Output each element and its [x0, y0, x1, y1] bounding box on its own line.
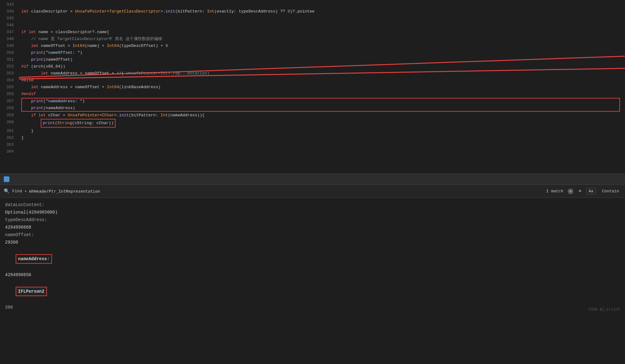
line-content: let nameOffset = Int64(name) + Int64(typ…	[19, 43, 625, 49]
list-item: Optional(4294965000)	[5, 209, 620, 216]
table-row: 352 #if (arch(x86_64))	[0, 63, 625, 70]
watermark: CSDN @j_erlich	[588, 307, 620, 312]
table-row: 347 if let name = classDescriptor?.name{	[0, 29, 625, 36]
ifl-person-label: IFLPerson2	[16, 287, 47, 296]
list-item: nameOffset:	[5, 231, 620, 239]
table-row: 346	[0, 22, 625, 29]
line-number: 356	[0, 91, 19, 98]
table-row: 356 #endif	[0, 91, 625, 98]
table-row: 353 let nameAddress = nameOffset + //( U…	[0, 70, 625, 77]
table-row: 360 print(String(cString: cChar))	[0, 119, 625, 128]
line-number: 351	[0, 56, 19, 63]
line-content: print("nameAddress: ")	[19, 98, 625, 105]
line-content: // name 是 TargetClassDescriptor中 类名 这个属性…	[19, 36, 625, 43]
line-number: 349	[0, 43, 19, 49]
table-row: 345	[0, 15, 625, 22]
console-area: dataLocContent: Optional(4294965000) typ…	[0, 198, 625, 314]
line-number: 360	[0, 119, 19, 126]
divider-bar	[0, 174, 625, 185]
table-row: 361 }	[0, 128, 625, 134]
line-content: #endif	[19, 91, 625, 98]
line-content: let classDescriptor = UnsafePointer<Targ…	[19, 8, 625, 15]
line-content: if let name = classDescriptor?.name{	[19, 29, 625, 36]
contain-button[interactable]: Contain	[600, 188, 621, 194]
add-button[interactable]: +	[578, 188, 582, 195]
line-number: 364	[0, 148, 19, 155]
line-content: print(nameAddress)	[19, 105, 625, 112]
table-row: 363	[0, 141, 625, 148]
table-row: 364	[0, 148, 625, 155]
table-row: 349 let nameOffset = Int64(name) + Int64…	[0, 43, 625, 49]
table-row: 348 // name 是 TargetClassDescriptor中 类名 …	[0, 36, 625, 43]
table-row: 359 if let cChar = UnsafePointer<CChar>.…	[0, 112, 625, 119]
line-number: 355	[0, 84, 19, 91]
red-box-group: 357 print("nameAddress: ") 358 print(nam…	[0, 98, 625, 112]
list-item: typeDescAddress:	[5, 216, 620, 224]
list-item: dataLocContent:	[5, 201, 620, 209]
table-row: 355 let nameAddress = nameOffset + Int64…	[0, 84, 625, 91]
match-close-button[interactable]: ×	[568, 189, 573, 194]
line-number: 347	[0, 29, 19, 36]
list-item: nameAddress:	[5, 247, 620, 271]
line-number: 348	[0, 36, 19, 43]
find-label: Find	[12, 189, 22, 194]
table-row: 362 }	[0, 134, 625, 141]
list-item: 390	[5, 304, 620, 311]
line-number: 343	[0, 1, 19, 8]
line-content: }	[19, 128, 625, 134]
line-content: #else	[19, 77, 625, 84]
search-bar[interactable]: 🔍 Find ▾ mhHeaderPtr_IntRepresentation 1…	[0, 185, 625, 198]
line-number: 345	[0, 15, 19, 22]
table-row: 344 let classDescriptor = UnsafePointer<…	[0, 8, 625, 15]
table-row: 343	[0, 1, 625, 8]
list-item: 29360	[5, 239, 620, 246]
line-content: print(String(cString: cChar))	[19, 119, 625, 128]
line-number: 346	[0, 22, 19, 29]
search-icon: 🔍	[4, 188, 10, 194]
search-input-value[interactable]: mhHeaderPtr_IntRepresentation	[29, 189, 544, 194]
list-item: 4294996656	[5, 271, 620, 279]
line-number: 353	[0, 70, 19, 77]
line-number: 352	[0, 63, 19, 70]
dropdown-arrow[interactable]: ▾	[24, 189, 27, 193]
line-content: let nameAddress = nameOffset + Int64(lin…	[19, 84, 625, 91]
line-number: 359	[0, 112, 19, 119]
table-row: 357 print("nameAddress: ")	[0, 98, 625, 105]
line-content: print("nameOffset: ")	[19, 49, 625, 56]
match-count: 1 match	[546, 189, 565, 194]
list-item: IFLPerson2	[5, 279, 620, 304]
line-content: if let cChar = UnsafePointer<CChar>.init…	[19, 112, 625, 119]
line-number: 361	[0, 128, 19, 134]
line-content: }	[19, 134, 625, 141]
line-number: 358	[0, 105, 19, 112]
list-item: 4294996668	[5, 224, 620, 231]
line-number: 350	[0, 49, 19, 56]
blue-dot	[4, 176, 9, 182]
case-sensitive-button[interactable]: Aa	[586, 188, 596, 195]
code-container: 343 344 let classDescriptor = UnsafePoin…	[0, 0, 625, 155]
line-number: 357	[0, 98, 19, 105]
editor-area: 343 344 let classDescriptor = UnsafePoin…	[0, 0, 625, 174]
line-number: 362	[0, 134, 19, 141]
name-address-label: nameAddress:	[16, 254, 52, 264]
table-row: 350 print("nameOffset: ")	[0, 49, 625, 56]
line-number: 354	[0, 77, 19, 84]
line-number: 344	[0, 8, 19, 15]
table-row: 358 print(nameAddress)	[0, 105, 625, 112]
line-number: 363	[0, 141, 19, 148]
